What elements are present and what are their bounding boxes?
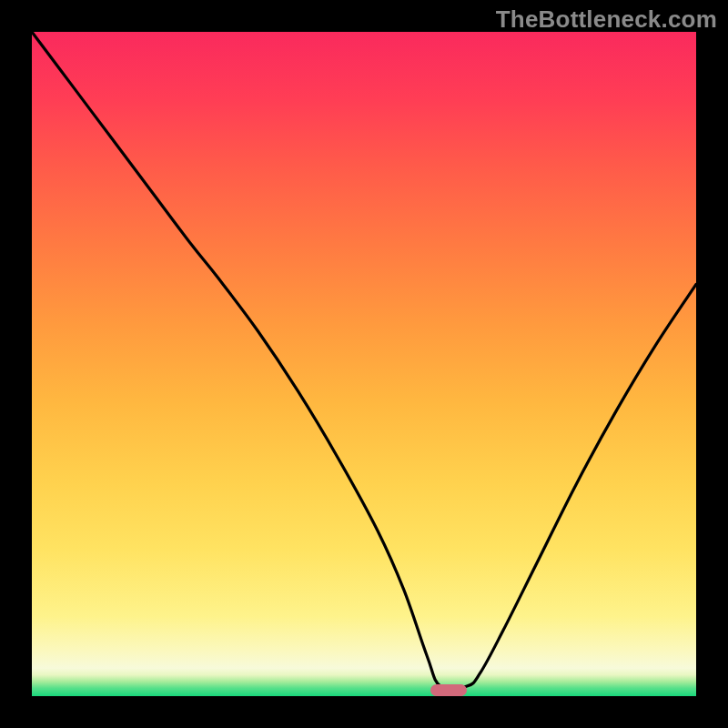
curve-path (32, 32, 696, 689)
bottleneck-curve (32, 32, 696, 696)
watermark-text: TheBottleneck.com (496, 5, 717, 34)
chart-frame: TheBottleneck.com (0, 0, 728, 728)
plot-area (32, 32, 696, 696)
optimum-marker (430, 684, 467, 696)
